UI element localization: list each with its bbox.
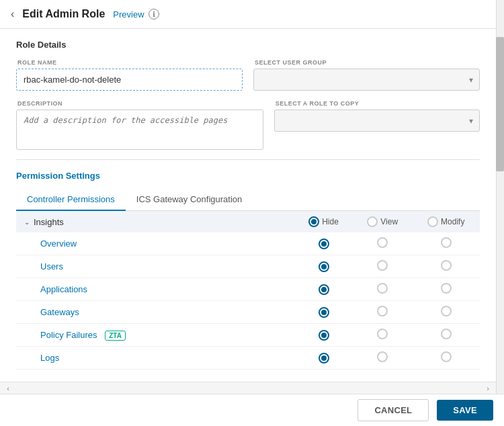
- role-name-input[interactable]: [16, 69, 243, 91]
- section-divider: [16, 159, 480, 160]
- item-label-overview: Overview: [16, 232, 294, 255]
- hide-label: Hide: [322, 217, 339, 226]
- user-group-label: SELECT USER GROUP: [253, 59, 480, 66]
- view-label: View: [380, 217, 398, 226]
- zta-badge: ZTA: [105, 331, 126, 341]
- applications-view-radio[interactable]: [377, 283, 388, 294]
- logs-modify-radio[interactable]: [441, 351, 452, 362]
- item-label-policy-failures: Policy Failures ZTA: [16, 324, 294, 347]
- permission-tabs: Controller Permissions ICS Gateway Confi…: [16, 189, 480, 211]
- horizontal-scrollbar: ‹ ›: [0, 382, 496, 394]
- applications-modify-radio[interactable]: [441, 283, 452, 294]
- policy-failures-modify-radio[interactable]: [441, 329, 452, 339]
- page-title: Edit Admin Role: [22, 8, 105, 20]
- form-row-1: ROLE NAME SELECT USER GROUP: [16, 59, 480, 91]
- overview-modify-radio[interactable]: [441, 237, 452, 248]
- table-row: Overview: [16, 232, 480, 255]
- user-group-wrapper: [253, 69, 480, 91]
- gateways-view-radio[interactable]: [377, 306, 388, 316]
- main-content: Role Details ROLE NAME SELECT USER GROUP…: [0, 29, 504, 391]
- copy-role-wrapper: [274, 110, 480, 132]
- table-row: Applications: [16, 278, 480, 301]
- insights-modify-radio[interactable]: [427, 216, 438, 227]
- tab-ics-gateway[interactable]: ICS Gateway Configuration: [126, 189, 253, 211]
- group-label-insights: ⌄ Insights: [24, 217, 286, 227]
- chevron-down-icon[interactable]: ⌄: [24, 218, 30, 226]
- applications-hide-radio[interactable]: [319, 284, 329, 295]
- overview-view-radio[interactable]: [377, 237, 388, 248]
- group-name: Insights: [34, 217, 64, 227]
- item-label-gateways: Gateways: [16, 301, 294, 324]
- scroll-right-arrow[interactable]: ›: [480, 382, 496, 394]
- page-header: ‹ Edit Admin Role Preview ℹ: [0, 0, 504, 29]
- tab-controller-permissions[interactable]: Controller Permissions: [16, 189, 126, 211]
- permission-settings-title: Permission Settings: [16, 171, 480, 181]
- copy-role-label: SELECT A ROLE TO COPY: [274, 100, 480, 107]
- scrollbar-track: [496, 0, 504, 426]
- copy-role-group: SELECT A ROLE TO COPY: [274, 100, 480, 150]
- save-button[interactable]: SAVE: [437, 400, 493, 421]
- description-label: DESCRIPTION: [16, 100, 263, 107]
- user-group-group: SELECT USER GROUP: [253, 59, 480, 91]
- table-row: Gateways: [16, 301, 480, 324]
- item-label-applications: Applications: [16, 278, 294, 301]
- back-button[interactable]: ‹: [11, 8, 14, 20]
- footer: CANCEL SAVE: [0, 394, 504, 426]
- info-icon[interactable]: ℹ: [149, 9, 159, 19]
- insights-view-radio[interactable]: [367, 216, 378, 227]
- form-row-2: DESCRIPTION SELECT A ROLE TO COPY: [16, 100, 480, 150]
- item-label-logs: Logs: [16, 347, 294, 370]
- policy-failures-hide-radio[interactable]: [319, 330, 329, 341]
- group-row-insights: ⌄ Insights Hide View Modify: [16, 211, 480, 232]
- policy-failures-view-radio[interactable]: [377, 329, 388, 339]
- logs-hide-radio[interactable]: [319, 353, 329, 364]
- scroll-left-arrow[interactable]: ‹: [0, 382, 16, 394]
- logs-view-radio[interactable]: [377, 351, 388, 362]
- role-name-label: ROLE NAME: [16, 59, 243, 66]
- users-modify-radio[interactable]: [441, 260, 452, 271]
- overview-hide-radio[interactable]: [319, 239, 329, 249]
- scrollbar-thumb[interactable]: [496, 37, 504, 171]
- insights-hide-radio[interactable]: [308, 216, 319, 227]
- users-hide-radio[interactable]: [319, 261, 329, 272]
- table-row: Users: [16, 255, 480, 278]
- users-view-radio[interactable]: [377, 260, 388, 271]
- item-label-users: Users: [16, 255, 294, 278]
- modify-label: Modify: [441, 217, 464, 226]
- role-details-title: Role Details: [16, 40, 480, 50]
- gateways-hide-radio[interactable]: [319, 307, 329, 318]
- description-input[interactable]: [16, 110, 263, 150]
- gateways-modify-radio[interactable]: [441, 306, 452, 316]
- copy-role-select[interactable]: [274, 110, 480, 132]
- cancel-button[interactable]: CANCEL: [358, 399, 429, 421]
- user-group-select[interactable]: [253, 69, 480, 91]
- table-row: Policy Failures ZTA: [16, 324, 480, 347]
- permission-table: ⌄ Insights Hide View Modify: [16, 211, 480, 370]
- description-group: DESCRIPTION: [16, 100, 263, 150]
- role-name-group: ROLE NAME: [16, 59, 243, 91]
- table-row: Logs: [16, 347, 480, 370]
- preview-link[interactable]: Preview: [113, 9, 144, 19]
